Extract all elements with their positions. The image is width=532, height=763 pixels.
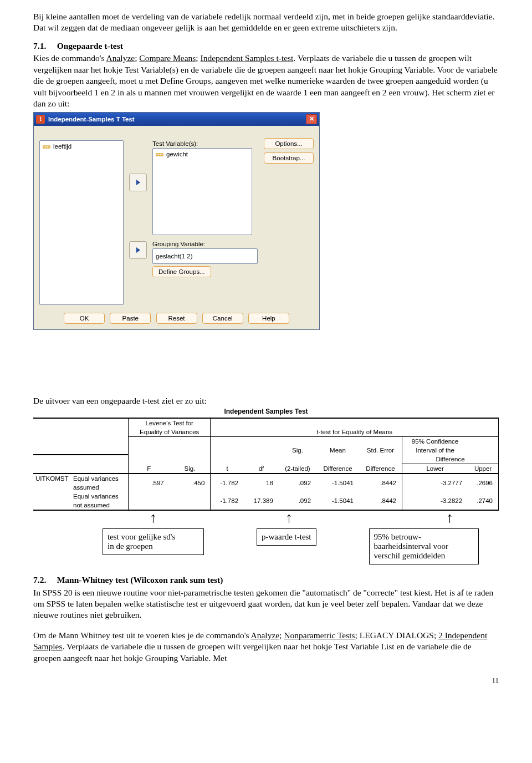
paragraph: Kies de commando's Analyze; Compare Mean… <box>33 53 499 109</box>
move-to-test-variables-button[interactable] <box>129 174 147 191</box>
paragraph: De uitvoer van een ongepaarde t-test zie… <box>33 395 499 406</box>
dialog-title: Independent-Samples T Test <box>48 116 135 123</box>
table-title: Independent Samples Test <box>33 408 499 415</box>
arrow-up-icon: ↑ <box>446 513 453 523</box>
paragraph: Om de Mann Whitney test uit te voeren ki… <box>33 630 499 664</box>
annotation-box: p-waarde t-test <box>257 528 316 546</box>
move-to-grouping-variable-button[interactable] <box>129 241 147 259</box>
annotation-box: test voor gelijke sd's in de groepen <box>103 528 204 555</box>
table-row: UITKOMST Equal variances .597 .450 -1.78… <box>33 474 499 483</box>
spss-app-icon: t <box>36 115 45 124</box>
section-number: 7.1. <box>33 41 46 50</box>
scale-variable-icon <box>43 143 50 150</box>
bootstrap-button[interactable]: Bootstrap... <box>264 152 314 164</box>
help-button[interactable]: Help <box>248 313 289 324</box>
grouping-variable-label: Grouping Variable: <box>152 241 252 247</box>
section-heading: 7.1. Ongepaarde t-test <box>33 40 499 52</box>
test-variable-label: Test Variable(s): <box>152 140 252 147</box>
section-title-text: Mann-Whitney test (Wilcoxon rank sum tes… <box>57 575 223 584</box>
close-icon[interactable]: ✕ <box>306 114 317 124</box>
reset-button[interactable]: Reset <box>156 313 197 324</box>
paste-button[interactable]: Paste <box>110 313 151 324</box>
variable-name: leeftijd <box>53 143 71 150</box>
dialog-titlebar: t Independent-Samples T Test ✕ <box>34 113 319 126</box>
spss-dialog: t Independent-Samples T Test ✕ leeftijd <box>33 112 320 330</box>
arrow-up-icon: ↑ <box>150 513 157 523</box>
table-row: Equal variances -1.782 17.389 .092 -1.50… <box>33 492 499 501</box>
paragraph: Bij kleine aantallen moet de verdeling v… <box>33 11 499 34</box>
section-number: 7.2. <box>33 575 46 584</box>
results-table: Levene's Test for Equality of Variances … <box>33 418 499 511</box>
page-number: 11 <box>33 676 499 685</box>
annotation-box: 95% betrouw- baarheidsinterval voor vers… <box>369 528 479 564</box>
options-button[interactable]: Options... <box>264 138 314 149</box>
paragraph: In SPSS 20 is een nieuwe routine voor ni… <box>33 587 499 621</box>
scale-variable-icon <box>156 150 163 158</box>
test-variable-value: gewicht <box>166 151 188 157</box>
grouping-variable-field[interactable]: geslacht(1 2) <box>152 248 258 264</box>
svg-marker-4 <box>136 180 140 185</box>
arrow-up-icon: ↑ <box>285 513 293 523</box>
source-variable-list[interactable]: leeftijd <box>39 140 124 305</box>
cancel-button[interactable]: Cancel <box>202 313 243 324</box>
ok-button[interactable]: OK <box>64 313 105 324</box>
test-variable-list[interactable]: gewicht <box>152 148 252 235</box>
define-groups-button[interactable]: Define Groups... <box>152 266 211 277</box>
svg-marker-5 <box>136 247 140 253</box>
section-heading: 7.2. Mann-Whitney test (Wilcoxon rank su… <box>33 574 499 586</box>
grouping-variable-value: geslacht(1 2) <box>156 253 192 260</box>
section-title-text: Ongepaarde t-test <box>57 41 123 50</box>
